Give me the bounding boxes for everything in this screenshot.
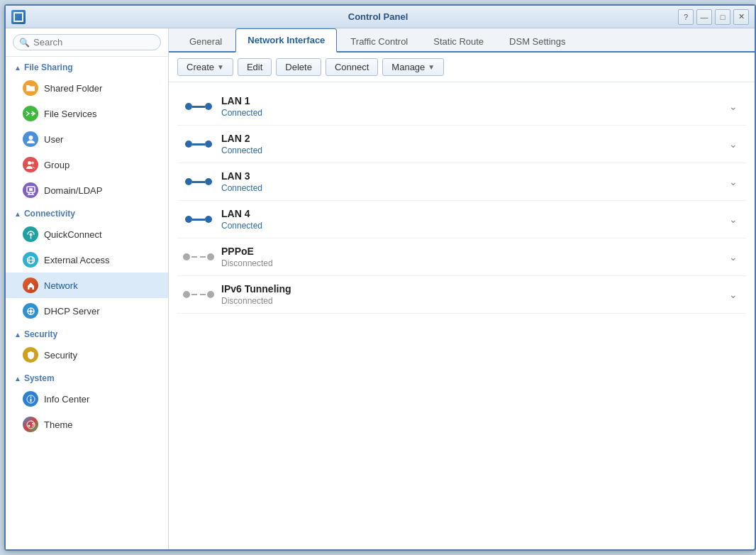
pppoe-expand-icon[interactable]: ⌄ <box>729 251 738 263</box>
sidebar-item-security-label: Security <box>44 350 77 361</box>
pppoe-status: Disconnected <box>221 258 729 268</box>
toolbar: Create ▼ Edit Delete Connect Manage ▼ <box>169 53 755 82</box>
tab-general[interactable]: General <box>177 30 234 53</box>
lan2-connection-icon <box>186 136 211 153</box>
dhcp-server-icon <box>23 303 38 319</box>
lan3-name: LAN 3 <box>221 170 729 182</box>
title-bar: Control Panel ? — □ ✕ <box>6 6 755 28</box>
domain-ldap-icon <box>23 182 38 198</box>
delete-button[interactable]: Delete <box>276 58 321 76</box>
sidebar-item-theme[interactable]: Theme <box>6 412 168 437</box>
ipv6-status: Disconnected <box>221 296 729 306</box>
create-label: Create <box>187 62 214 72</box>
tab-dsm-settings[interactable]: DSM Settings <box>497 30 577 53</box>
svg-point-10 <box>29 309 32 312</box>
sidebar-item-security[interactable]: Security <box>6 342 168 368</box>
sidebar-item-domain-ldap[interactable]: Domain/LDAP <box>6 177 168 203</box>
sidebar-item-external-access[interactable]: External Access <box>6 247 168 273</box>
app-icon <box>11 10 26 24</box>
search-input-wrap: 🔍 <box>13 34 161 50</box>
delete-label: Delete <box>285 62 312 72</box>
interface-lan2[interactable]: LAN 2 Connected ⌄ <box>177 126 746 163</box>
ipv6-dot-right <box>207 291 214 298</box>
section-file-sharing[interactable]: ▲ File Sharing <box>6 57 168 75</box>
search-input[interactable] <box>33 37 155 48</box>
ipv6-expand-icon[interactable]: ⌄ <box>729 289 738 300</box>
section-system[interactable]: ▲ System <box>6 368 168 386</box>
manage-button[interactable]: Manage ▼ <box>382 58 444 76</box>
sidebar-item-user-label: User <box>44 134 63 145</box>
maximize-button[interactable]: □ <box>715 9 730 25</box>
lan4-name: LAN 4 <box>221 208 729 219</box>
sidebar-item-user[interactable]: User <box>6 126 168 152</box>
interface-ipv6-tunneling[interactable]: IPv6 Tunneling Disconnected ⌄ <box>177 276 746 314</box>
sidebar-item-dhcp-server-label: DHCP Server <box>44 306 100 317</box>
svg-rect-4 <box>29 188 33 191</box>
network-icon <box>23 278 38 293</box>
interface-pppoe[interactable]: PPPoE Disconnected ⌄ <box>177 238 746 276</box>
lan1-info: LAN 1 Connected <box>221 95 729 118</box>
main-content: 🔍 ▲ File Sharing Shared Folder <box>6 28 755 549</box>
sidebar-item-file-services-label: File Services <box>44 109 96 119</box>
lan4-expand-icon[interactable]: ⌄ <box>729 214 738 225</box>
quickconnect-icon <box>23 226 38 242</box>
minimize-button[interactable]: — <box>696 9 712 25</box>
lan4-connection-icon <box>186 211 211 228</box>
svg-point-2 <box>31 161 34 164</box>
ipv6-name: IPv6 Tunneling <box>221 283 729 295</box>
section-security[interactable]: ▲ Security <box>6 324 168 342</box>
interface-lan4[interactable]: LAN 4 Connected ⌄ <box>177 201 746 238</box>
create-button[interactable]: Create ▼ <box>177 58 233 76</box>
lan3-line <box>192 181 205 183</box>
search-icon: 🔍 <box>19 38 30 48</box>
section-file-sharing-label: File Sharing <box>24 62 73 72</box>
help-button[interactable]: ? <box>678 9 694 25</box>
tab-network-interface[interactable]: Network Interface <box>235 28 337 53</box>
interface-list: LAN 1 Connected ⌄ LAN 2 <box>169 82 755 549</box>
security-chevron-icon: ▲ <box>14 331 21 339</box>
lan3-connection-icon <box>186 173 211 190</box>
edit-button[interactable]: Edit <box>238 58 272 76</box>
interface-lan1[interactable]: LAN 1 Connected ⌄ <box>177 88 746 126</box>
tabs-bar: General Network Interface Traffic Contro… <box>169 28 755 53</box>
section-connectivity[interactable]: ▲ Connectivity <box>6 203 168 221</box>
lan3-expand-icon[interactable]: ⌄ <box>729 176 738 187</box>
lan4-dot-right <box>205 216 212 223</box>
external-access-icon <box>23 252 38 268</box>
group-icon <box>23 157 38 172</box>
ipv6-dash1 <box>191 294 197 295</box>
title-bar-controls: ? — □ ✕ <box>678 9 749 25</box>
lan2-dot-right <box>205 141 212 148</box>
connect-label: Connect <box>335 62 369 72</box>
lan3-dot-right <box>205 178 212 185</box>
title-bar-left <box>11 10 26 24</box>
sidebar-item-quickconnect[interactable]: QuickConnect <box>6 221 168 247</box>
lan1-dot-left <box>185 103 192 110</box>
lan1-connection-icon <box>186 98 211 115</box>
tab-static-route[interactable]: Static Route <box>421 30 496 53</box>
lan3-status: Connected <box>221 183 729 193</box>
lan4-status: Connected <box>221 221 729 231</box>
search-bar: 🔍 <box>6 28 168 57</box>
close-button[interactable]: ✕ <box>733 9 749 25</box>
tab-traffic-control[interactable]: Traffic Control <box>338 30 420 53</box>
sidebar-item-file-services[interactable]: File Services <box>6 101 168 126</box>
interface-lan3[interactable]: LAN 3 Connected ⌄ <box>177 163 746 201</box>
sidebar-item-shared-folder[interactable]: Shared Folder <box>6 75 168 101</box>
lan4-dot-left <box>185 216 192 223</box>
connect-button[interactable]: Connect <box>326 58 378 76</box>
sidebar-item-dhcp-server[interactable]: DHCP Server <box>6 298 168 324</box>
lan1-status: Connected <box>221 108 729 118</box>
system-chevron-icon: ▲ <box>14 375 21 383</box>
manage-dropdown-arrow: ▼ <box>428 63 435 71</box>
user-icon <box>23 131 38 147</box>
sidebar-item-group[interactable]: Group <box>6 152 168 177</box>
sidebar-item-info-center[interactable]: Info Center <box>6 386 168 412</box>
pppoe-dash2 <box>200 256 206 258</box>
sidebar-item-network[interactable]: Network <box>6 273 168 298</box>
svg-point-20 <box>32 423 33 424</box>
info-center-icon <box>23 391 38 407</box>
main-window: Control Panel ? — □ ✕ 🔍 ▲ File Sharing <box>4 4 756 551</box>
lan1-expand-icon[interactable]: ⌄ <box>729 101 738 112</box>
lan2-expand-icon[interactable]: ⌄ <box>729 138 738 150</box>
